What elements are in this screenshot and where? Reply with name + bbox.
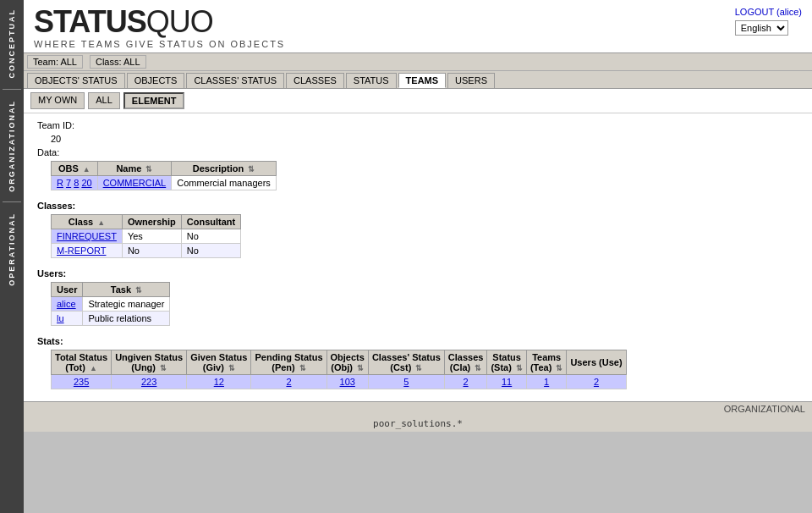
user-cell-1: alice (52, 297, 83, 312)
tab-classes-status[interactable]: CLASSES' STATUS (186, 73, 284, 88)
col-sta-sub: (Sta) (491, 362, 511, 372)
obs-7[interactable]: 7 (66, 178, 71, 188)
stat-obj-link[interactable]: 103 (340, 377, 355, 387)
team-filter[interactable]: Team: ALL (27, 55, 83, 69)
col-sta-sort: ⇅ (516, 364, 523, 372)
col-ung[interactable]: Ungiven Status (Ung) ⇅ (112, 350, 187, 375)
team-id-value-row: 20 (37, 134, 798, 144)
col-task-sort: ⇅ (135, 286, 142, 295)
col-obj-label: Objects (331, 352, 365, 362)
col-task[interactable]: Task ⇅ (83, 283, 170, 297)
team-id-value: 20 (51, 134, 61, 144)
tab-objects-status[interactable]: OBJECTS' STATUS (27, 73, 125, 88)
col-obs-label: OBS (58, 163, 79, 174)
tab-teams[interactable]: TEAMS (398, 73, 447, 88)
stat-use-link[interactable]: 2 (594, 377, 599, 387)
language-selector: English (735, 20, 802, 36)
subtab-my-own[interactable]: MY OWN (30, 92, 85, 109)
col-tea[interactable]: Teams (Tea) ⇅ (526, 350, 567, 375)
col-task-label: Task (111, 284, 131, 295)
col-giv[interactable]: Given Status (Giv) ⇅ (187, 350, 251, 375)
obs-20[interactable]: 20 (81, 178, 91, 188)
col-class-label: Class (69, 217, 93, 227)
class-filter[interactable]: Class: ALL (90, 55, 146, 69)
obs-cell: R 7 8 20 (52, 176, 98, 190)
bottom-bar: poor_solutions.* (24, 416, 812, 432)
class-cell-2: M-REPORT (52, 244, 123, 258)
col-pen-label: Pending Status (255, 352, 322, 362)
stat-cla-link[interactable]: 2 (464, 377, 469, 387)
users-header: Users: (37, 268, 798, 279)
obs-r[interactable]: R (57, 178, 63, 188)
header: STATUSQUO WHERE TEAMS GIVE STATUS ON OBJ… (24, 0, 812, 53)
ownership-cell-2: No (122, 244, 181, 258)
col-giv-sort: ⇅ (228, 364, 235, 372)
class-link-2[interactable]: M-REPORT (57, 245, 106, 256)
col-ownership[interactable]: Ownership (122, 215, 181, 229)
tab-status[interactable]: STATUS (346, 73, 397, 88)
logout-link[interactable]: LOGOUT (alice) (735, 7, 802, 17)
stat-tot-link[interactable]: 235 (74, 377, 89, 387)
stat-tea-link[interactable]: 1 (544, 377, 549, 387)
col-name-sort: ⇅ (145, 165, 152, 174)
col-tot-sort: ▲ (90, 364, 97, 372)
users-table: User Task ⇅ alice Strategic manager (51, 282, 170, 326)
col-obj[interactable]: Objects (Obj) ⇅ (326, 350, 368, 375)
nav-bar: Team: ALL Class: ALL OBJECTS' STATUS OBJ… (24, 53, 812, 89)
col-class-sort: ▲ (97, 218, 105, 227)
stat-pen-link[interactable]: 2 (286, 377, 291, 387)
tab-classes[interactable]: CLASSES (286, 73, 344, 88)
name-cell: COMMERCIAL (97, 176, 172, 190)
col-ung-sort: ⇅ (160, 364, 167, 372)
col-use[interactable]: Users (Use) (567, 350, 626, 375)
team-id-label: Team ID: (37, 120, 74, 130)
col-pen[interactable]: Pending Status (Pen) ⇅ (251, 350, 326, 375)
col-obs[interactable]: OBS ▲ (52, 162, 98, 176)
stat-sta-link[interactable]: 11 (502, 377, 512, 387)
data-label: Data: (37, 147, 59, 157)
table-row: alice Strategic manager (52, 297, 170, 312)
col-user[interactable]: User (52, 283, 83, 297)
obs-8[interactable]: 8 (74, 178, 79, 188)
col-class[interactable]: Class ▲ (52, 215, 123, 229)
team-id-row: Team ID: (37, 120, 798, 130)
tab-users[interactable]: USERS (447, 73, 495, 88)
stat-giv-link[interactable]: 12 (214, 377, 224, 387)
col-consultant[interactable]: Consultant (181, 215, 240, 229)
user-link-2[interactable]: lu (57, 313, 64, 323)
col-sta[interactable]: Status (Sta) ⇅ (487, 350, 527, 375)
stat-cst-link[interactable]: 5 (403, 377, 409, 387)
language-select[interactable]: English (735, 20, 788, 36)
col-desc-label: Description (193, 163, 244, 174)
class-cell-1: FINREQUEST (52, 229, 123, 244)
stat-giv: 12 (187, 375, 251, 389)
col-name[interactable]: Name ⇅ (97, 162, 172, 176)
col-cst[interactable]: Classes' Status (Cst) ⇅ (368, 350, 444, 375)
footer: ORGANIZATIONAL (24, 401, 812, 416)
col-cla[interactable]: Classes (Cla) ⇅ (444, 350, 487, 375)
task-cell-2: Public relations (83, 312, 170, 326)
sidebar-divider-2 (3, 201, 21, 202)
subtab-all[interactable]: ALL (88, 92, 120, 109)
col-tea-sub: (Tea) (530, 362, 551, 372)
tab-objects[interactable]: OBJECTS (127, 73, 185, 88)
sub-tabs: MY OWN ALL ELEMENT (24, 89, 812, 113)
col-ownership-label: Ownership (128, 217, 176, 227)
user-link-1[interactable]: alice (57, 299, 76, 309)
col-cla-label: Classes (448, 352, 484, 362)
name-link[interactable]: COMMERCIAL (103, 178, 167, 188)
sidebar: CONCEPTUAL ORGANIZATIONAL OPERATIONAL (0, 0, 24, 432)
table-row: M-REPORT No No (52, 244, 241, 258)
col-tot-label: Total Status (55, 352, 107, 362)
logo-area: STATUSQUO WHERE TEAMS GIVE STATUS ON OBJ… (34, 7, 285, 49)
col-pen-sort: ⇅ (299, 364, 306, 372)
col-use-label: Users (Use) (570, 357, 622, 367)
col-cst-sort: ⇅ (415, 364, 422, 372)
stat-ung-link[interactable]: 223 (141, 377, 156, 387)
ownership-cell-1: Yes (122, 229, 181, 244)
col-tot[interactable]: Total Status (Tot) ▲ (52, 350, 112, 375)
class-link-1[interactable]: FINREQUEST (57, 231, 117, 241)
col-ung-sub: (Ung) (131, 362, 156, 372)
col-description[interactable]: Description ⇅ (172, 162, 277, 176)
subtab-element[interactable]: ELEMENT (123, 92, 185, 109)
